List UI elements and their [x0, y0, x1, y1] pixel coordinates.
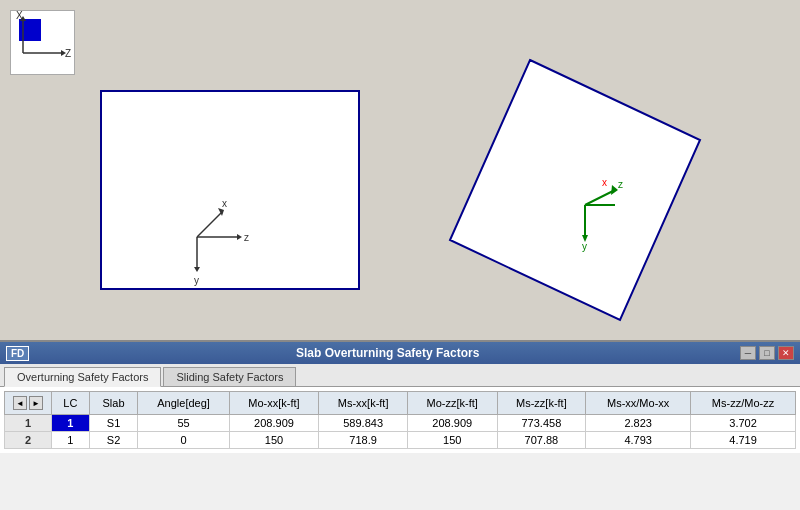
col-header-ms-zz: Ms-zz[k-ft] — [497, 392, 586, 415]
table-row: 2 1 S2 0 150 718.9 150 707.88 4.793 4.71… — [5, 432, 796, 449]
svg-text:y: y — [194, 275, 199, 286]
row-1-ms-xx: 589.843 — [319, 415, 408, 432]
nav-next-button[interactable]: ► — [29, 396, 43, 410]
col-header-lc: LC — [52, 392, 90, 415]
axis-indicator-topleft: Z X — [10, 10, 75, 75]
row-1-mo-zz: 208.909 — [407, 415, 497, 432]
svg-marker-8 — [237, 234, 242, 240]
minimize-button[interactable]: ─ — [740, 346, 756, 360]
row-2-angle: 0 — [138, 432, 229, 449]
row-2-ratio-xx: 4.793 — [586, 432, 691, 449]
col-header-angle: Angle[deg] — [138, 392, 229, 415]
tab-sliding-safety-factors[interactable]: Sliding Safety Factors — [163, 367, 296, 386]
row-2-ms-zz: 707.88 — [497, 432, 586, 449]
rotated-view-rect: z y x — [430, 50, 710, 330]
row-2-slab: S2 — [89, 432, 138, 449]
bottom-panel: FD Slab Overturning Safety Factors ─ □ ✕… — [0, 340, 800, 510]
col-header-mo-xx: Mo-xx[k-ft] — [229, 392, 319, 415]
svg-marker-10 — [194, 267, 200, 272]
svg-text:x: x — [222, 198, 227, 209]
svg-text:Z: Z — [65, 48, 71, 59]
row-1-angle: 55 — [138, 415, 229, 432]
col-header-mo-zz: Mo-zz[k-ft] — [407, 392, 497, 415]
row-2-mo-zz: 150 — [407, 432, 497, 449]
svg-text:z: z — [244, 232, 249, 243]
fd-badge: FD — [6, 346, 29, 361]
close-button[interactable]: ✕ — [778, 346, 794, 360]
row-2-ms-xx: 718.9 — [319, 432, 408, 449]
col-header-ratio-zz: Ms-zz/Mo-zz — [691, 392, 796, 415]
row-1-ratio-zz: 3.702 — [691, 415, 796, 432]
col-header-slab: Slab — [89, 392, 138, 415]
svg-text:X: X — [16, 11, 23, 21]
panel-titlebar: FD Slab Overturning Safety Factors ─ □ ✕ — [0, 342, 800, 364]
panel-tabs: Overturning Safety Factors Sliding Safet… — [0, 364, 800, 387]
row-2-mo-xx: 150 — [229, 432, 319, 449]
nav-buttons: ◄ ► — [11, 394, 45, 412]
maximize-button[interactable]: □ — [759, 346, 775, 360]
nav-prev-button[interactable]: ◄ — [13, 396, 27, 410]
table-row: 1 1 S1 55 208.909 589.843 208.909 773.45… — [5, 415, 796, 432]
col-header-ms-xx: Ms-xx[k-ft] — [319, 392, 408, 415]
row-num-1: 1 — [5, 415, 52, 432]
front-view-rect: z y x — [100, 90, 360, 290]
row-1-ratio-xx: 2.823 — [586, 415, 691, 432]
table-area: ◄ ► LC Slab Angle[deg] Mo-xx[k-ft] Ms-xx… — [0, 387, 800, 453]
row-2-ratio-zz: 4.719 — [691, 432, 796, 449]
row-1-slab: S1 — [89, 415, 138, 432]
svg-text:z: z — [618, 179, 623, 190]
safety-factors-table: ◄ ► LC Slab Angle[deg] Mo-xx[k-ft] Ms-xx… — [4, 391, 796, 449]
row-1-ms-zz: 773.458 — [497, 415, 586, 432]
svg-marker-16 — [450, 60, 700, 320]
row-num-2: 2 — [5, 432, 52, 449]
panel-title: Slab Overturning Safety Factors — [35, 346, 740, 360]
svg-text:x: x — [602, 177, 607, 188]
tab-overturning-safety-factors[interactable]: Overturning Safety Factors — [4, 367, 161, 387]
row-1-mo-xx: 208.909 — [229, 415, 319, 432]
svg-text:y: y — [582, 241, 587, 252]
col-header-ratio-xx: Ms-xx/Mo-xx — [586, 392, 691, 415]
row-2-lc: 1 — [52, 432, 90, 449]
window-controls: ─ □ ✕ — [740, 346, 794, 360]
row-1-lc: 1 — [52, 415, 90, 432]
svg-line-11 — [197, 212, 222, 237]
viewport: Z X z y x — [0, 0, 800, 340]
